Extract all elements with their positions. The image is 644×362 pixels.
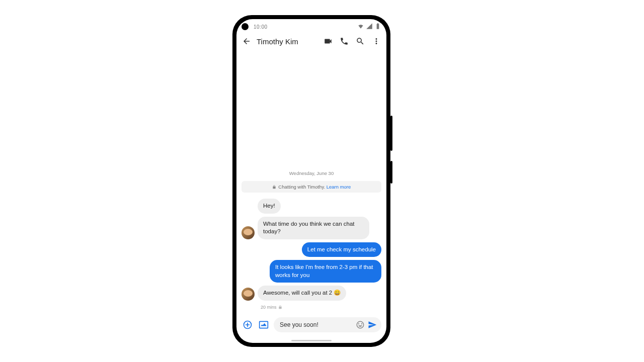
send-button[interactable] [366,319,378,331]
more-vert-icon [372,37,381,46]
message-input[interactable]: See you soon! [274,317,381,332]
camera-hole [242,23,249,30]
lock-icon [272,185,276,189]
encryption-banner: Chatting with Timothy. Learn more [242,181,381,193]
gallery-icon [259,320,269,330]
message-row: It looks like I'm free from 2-3 pm if th… [242,260,381,283]
emoji-icon [356,320,365,329]
nav-bar [236,338,386,343]
message-row: What time do you think we can chat today… [242,217,381,239]
gallery-button[interactable] [258,319,270,331]
volume-button-mock [390,161,392,184]
phone-frame: 10:00 Timot [232,15,390,347]
search-icon [356,37,365,46]
video-icon [324,37,333,46]
banner-learn-more-link[interactable]: Learn more [327,184,351,190]
status-time: 10:00 [254,24,268,30]
message-bubble[interactable]: Let me check my schedule [302,242,381,257]
more-options-button[interactable] [370,35,382,47]
signal-icon [364,23,373,31]
nav-handle[interactable] [291,340,332,341]
emoji-picker-button[interactable] [354,319,366,331]
back-button[interactable] [240,35,253,47]
phone-icon [340,37,349,46]
message-bubble[interactable]: Awesome, will call you at 2 😄 [258,286,346,301]
attach-button[interactable] [242,319,254,331]
message-meta-time: 20 mins [261,305,277,310]
app-bar: Timothy Kim [236,32,386,50]
message-row: Let me check my schedule [242,242,381,257]
contact-name[interactable]: Timothy Kim [257,37,298,46]
message-bubble[interactable]: Hey! [258,199,281,214]
message-bubble[interactable]: It looks like I'm free from 2-3 pm if th… [270,260,381,283]
message-bubble[interactable]: What time do you think we can chat today… [258,217,369,239]
conversation-view[interactable]: Wednesday, June 30 Chatting with Timothy… [236,50,386,314]
status-bar: 10:00 [236,19,386,32]
wifi-icon [356,23,364,31]
contact-avatar[interactable] [242,226,255,239]
plus-icon [243,320,253,330]
message-draft-text: See you soon! [280,321,354,328]
back-arrow-icon [242,37,251,46]
message-meta: 20 mins [261,305,381,310]
lock-icon [278,305,282,309]
banner-text: Chatting with Timothy. [278,184,325,190]
message-row: Hey! [242,199,381,214]
search-button[interactable] [354,35,366,47]
battery-icon [373,23,381,31]
power-button-mock [390,116,392,151]
video-call-button[interactable] [322,35,334,47]
date-label: Wednesday, June 30 [242,170,381,176]
composer-bar: See you soon! [236,314,386,338]
send-icon [368,320,377,329]
message-row: Awesome, will call you at 2 😄 [242,286,381,301]
phone-screen: 10:00 Timot [236,19,386,343]
contact-avatar[interactable] [242,288,255,301]
voice-call-button[interactable] [338,35,350,47]
